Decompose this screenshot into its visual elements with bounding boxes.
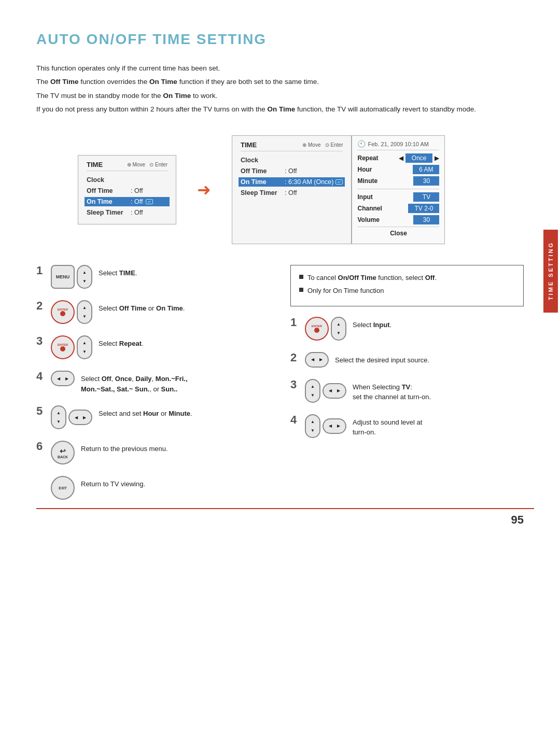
r-step2-buttons: ◀ ▶ <box>305 352 329 368</box>
menu-button[interactable]: MENU <box>51 265 75 289</box>
close-button[interactable]: Close <box>357 227 439 240</box>
left-menu-title: TIME <box>87 161 103 168</box>
step6-buttons: ↩ BACK <box>51 441 75 465</box>
repeat-nav[interactable]: ◀ Once ▶ <box>399 153 440 163</box>
up-arrow: ▲ <box>82 270 87 275</box>
step2-num: 2 <box>36 299 51 313</box>
step5-row: 5 ▲ ▼ ◀ ▶ Select and set Hour or Minute. <box>36 405 270 429</box>
up-arr-3: ▲ <box>82 341 87 345</box>
exit-text: Return to TV viewing. <box>81 479 145 489</box>
clock-icon: 🕙 <box>357 140 366 148</box>
ud-btn-5[interactable]: ▲ ▼ <box>51 405 66 429</box>
r-up-1: ▲ <box>337 322 341 327</box>
right-row-offtime: Off Time : Off <box>241 166 343 176</box>
left-menu-box: TIME ⊕ Move ⊙ Enter Clock Off Time : Off… <box>78 155 176 224</box>
notice-text1: To cancel On/Off Time function, select O… <box>307 273 437 284</box>
step5-buttons: ▲ ▼ ◀ ▶ <box>51 405 92 429</box>
diagram-arrow: ➜ <box>197 180 211 200</box>
r-ud-btn-3[interactable]: ▲ ▼ <box>305 379 320 403</box>
left-menu-nav: ⊕ Move ⊙ Enter <box>127 162 167 167</box>
step3-buttons: ENTER ▲ ▼ <box>51 335 92 359</box>
sub-datetime: Feb. 21, 2009 10:10 AM <box>368 141 428 147</box>
exit-button[interactable]: EXIT <box>51 476 75 500</box>
r-step2-row: 2 ◀ ▶ Select the desired input source. <box>290 352 524 368</box>
page-title: AUTO ON/OFF TIME SETTING <box>36 31 524 48</box>
r-up-4: ▲ <box>311 419 315 424</box>
step4-row: 4 ◀ ▶ Select Off, Once, Daily, Mon.~Fri.… <box>36 371 270 394</box>
dn-arr-3: ▼ <box>82 349 87 354</box>
r-step3-text: When Selecting TV: set the channel at tu… <box>353 382 431 402</box>
r-up-3: ▲ <box>311 384 315 389</box>
lr-btn-5[interactable]: ◀ ▶ <box>68 410 92 425</box>
repeat-left-arrow[interactable]: ◀ <box>399 154 403 162</box>
intro-line2: The Off Time function overrides the On T… <box>36 77 524 87</box>
sub-panel: 🕙 Feb. 21, 2009 10:10 AM Repeat ◀ Once ▶… <box>352 135 445 244</box>
left-row-offtime: Off Time : Off <box>87 186 167 195</box>
intro-line4: If you do not press any button within 2 … <box>36 104 524 115</box>
r-left-2: ◀ <box>311 357 314 362</box>
step6-row: 6 ↩ BACK Return to the previous menu. <box>36 441 270 465</box>
step1-row: 1 MENU ▲ ▼ <box>36 265 270 289</box>
r-ud-btn-4[interactable]: ▲ ▼ <box>305 414 320 438</box>
r-left-4: ◀ <box>329 424 332 428</box>
enter-icon: ↵ <box>146 199 153 204</box>
right-menu-header: TIME ⊕ Move ⊙ Enter <box>241 141 343 151</box>
steps-section: 1 MENU ▲ ▼ <box>36 265 524 511</box>
r-step4-num: 4 <box>290 413 305 427</box>
volume-value: 30 <box>413 215 439 224</box>
right-menu-title: TIME <box>241 141 257 149</box>
r-step2-text: Select the desired input source. <box>335 355 429 365</box>
exit-row: 6 EXIT Return to TV viewing. <box>36 476 270 500</box>
minute-label: Minute <box>357 177 388 185</box>
r-lr-btn-3[interactable]: ◀ ▶ <box>323 383 346 399</box>
r-right-4: ▶ <box>337 424 340 428</box>
back-label: BACK <box>58 455 68 459</box>
notice-bullet2: Only for On Time function <box>299 286 515 297</box>
r-enter-button-1[interactable]: ENTER <box>305 317 329 341</box>
enter-dot-3 <box>60 346 65 351</box>
down-arrow: ▼ <box>82 279 87 284</box>
up-arr-5: ▲ <box>57 411 61 415</box>
lr-button-4[interactable]: ◀ ▶ <box>51 371 75 386</box>
input-label: Input <box>357 193 388 201</box>
exit-buttons: EXIT <box>51 476 75 500</box>
r-left-3: ◀ <box>329 388 332 393</box>
right-arr-5: ▶ <box>83 415 86 420</box>
page-number: 95 <box>511 513 524 527</box>
step2-text: Select Off Time or On Time. <box>99 303 185 314</box>
enter-button-2[interactable]: ENTER <box>51 300 75 324</box>
ud-btn-3[interactable]: ▲ ▼ <box>77 335 92 359</box>
left-row-sleep: Sleep Timer : Off <box>87 208 167 217</box>
up-down-button[interactable]: ▲ ▼ <box>77 265 92 289</box>
intro-line1: This function operates only if the curre… <box>36 63 524 74</box>
dn-arr-5: ▼ <box>57 419 61 424</box>
right-diagram-area: TIME ⊕ Move ⊙ Enter Clock Off Time : Off… <box>232 135 445 244</box>
left-row-ontime: On Time : Off ↵ <box>85 197 170 206</box>
r-step2-num: 2 <box>290 351 305 364</box>
r-lr-btn-2[interactable]: ◀ ▶ <box>305 352 329 368</box>
notice-text2: Only for On Time function <box>307 286 384 297</box>
ud-btn-2[interactable]: ▲ ▼ <box>77 300 92 324</box>
repeat-right-arrow[interactable]: ▶ <box>435 154 439 162</box>
volume-label: Volume <box>357 216 388 223</box>
sub-panel-header: 🕙 Feb. 21, 2009 10:10 AM <box>357 140 439 150</box>
exit-label: EXIT <box>59 486 67 490</box>
repeat-label: Repeat <box>357 154 388 162</box>
r-step4-row: 4 ▲ ▼ ◀ ▶ Adjust to sound level atturn-o… <box>290 414 524 438</box>
step6-text: Return to the previous menu. <box>81 444 168 454</box>
r-step1-buttons: ENTER ▲ ▼ <box>305 317 346 341</box>
minute-value: 30 <box>413 176 439 186</box>
r-lr-btn-4[interactable]: ◀ ▶ <box>323 418 346 434</box>
sub-channel-row: Channel TV 2-0 <box>357 204 439 213</box>
right-steps: To cancel On/Off Time function, select O… <box>290 265 524 511</box>
channel-label: Channel <box>357 205 388 212</box>
step2-buttons: ENTER ▲ ▼ <box>51 300 92 324</box>
r-dn-4: ▼ <box>311 428 315 433</box>
back-button[interactable]: ↩ BACK <box>51 441 75 465</box>
dn-arr-2: ▼ <box>82 314 87 319</box>
r-ud-btn-1[interactable]: ▲ ▼ <box>331 317 346 341</box>
step6-num: 6 <box>36 440 51 453</box>
right-menu-nav: ⊕ Move ⊙ Enter <box>302 142 343 148</box>
step4-num: 4 <box>36 370 51 383</box>
enter-button-3[interactable]: ENTER <box>51 335 75 359</box>
